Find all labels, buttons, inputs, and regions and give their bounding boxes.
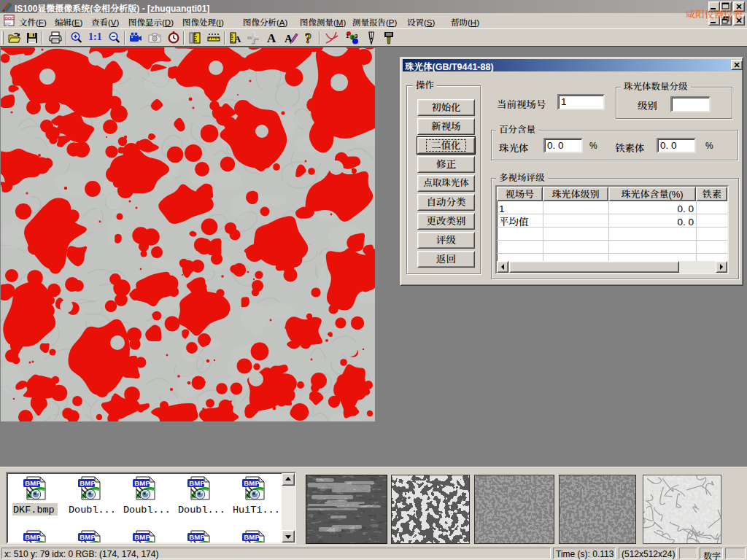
svg-text:?: ?: [305, 31, 311, 45]
svg-text:A: A: [267, 31, 276, 45]
svg-text:Doubl...: Doubl...: [69, 505, 116, 516]
svg-text:0. 0: 0. 0: [677, 203, 694, 214]
svg-text:1: 1: [346, 33, 349, 39]
svg-text:HuiTi...: HuiTi...: [233, 505, 280, 516]
svg-text:0. 0: 0. 0: [677, 217, 694, 228]
svg-text:1: 1: [499, 203, 505, 214]
svg-text:3: 3: [355, 33, 358, 39]
svg-text:平均值: 平均值: [499, 217, 529, 228]
svg-text:Doubl...: Doubl...: [178, 505, 225, 516]
svg-text:Doubl...: Doubl...: [123, 505, 171, 516]
svg-text:DKF.bmp: DKF.bmp: [13, 505, 55, 516]
svg-text:DOC: DOC: [5, 16, 14, 20]
svg-text:A: A: [234, 34, 241, 44]
